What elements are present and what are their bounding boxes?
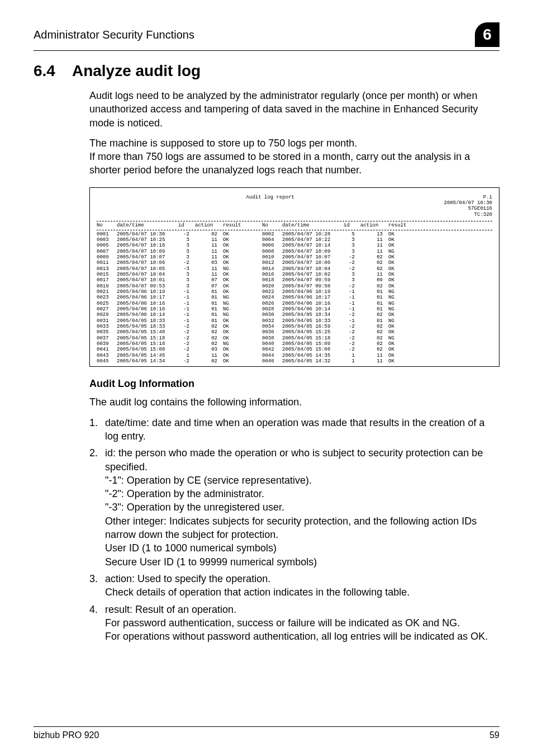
table-row: 00292005/04/06 10:14-101NG00302005/04/05… xyxy=(97,312,492,318)
report-meta-date: 2005/04/07 10:30 xyxy=(444,200,492,206)
col-id-r: id xyxy=(344,223,360,228)
table-row: 00432005/04/05 14:45111OK00442005/04/05 … xyxy=(97,353,492,358)
table-row: 00232005/04/06 10:17-101NG00242005/04/06… xyxy=(97,295,492,300)
table-row: 00052005/04/07 10:16311OK00062005/04/07 … xyxy=(97,243,492,248)
item2-line2: "-2": Operation by the administrator. xyxy=(105,487,499,500)
report-title: Audit log report xyxy=(97,195,444,218)
table-row: 00372005/04/05 15:18-202OK00382005/04/05… xyxy=(97,336,492,341)
item-text: id: the person who made the operation or… xyxy=(105,447,483,472)
info-heading: Audit Log Information xyxy=(89,378,499,390)
report-meta-page: P.1 xyxy=(483,195,492,200)
col-action-r: action xyxy=(360,223,388,228)
table-row: 00132005/04/07 10:05-311NG00142005/04/07… xyxy=(97,266,492,272)
col-datetime: date/time xyxy=(117,223,178,228)
table-row: 00092005/04/07 10:07311OK00102005/04/07 … xyxy=(97,254,492,260)
table-row: 00012005/04/07 10:30-202OK00022005/04/07… xyxy=(97,231,492,237)
col-no: No xyxy=(97,223,117,228)
footer-left: bizhub PRO 920 xyxy=(34,730,99,740)
intro-p2-line-b: If more than 750 logs are assumed to be … xyxy=(89,151,470,176)
header-title: Administrator Security Functions xyxy=(34,29,194,41)
intro-p2-line-a: The machine is supposed to store up to 7… xyxy=(89,138,357,149)
table-row: 00252005/04/06 10:16-101NG00262005/04/06… xyxy=(97,301,492,306)
table-row: 00192005/04/07 09:53307OK00202005/04/07 … xyxy=(97,284,492,289)
item-num: 3. xyxy=(89,572,105,599)
list-item-4: 4. result: Result of an operation. For p… xyxy=(89,603,499,644)
item2-line4: Other integer: Indicates subjects for se… xyxy=(105,514,499,542)
col-result-r: result xyxy=(388,223,416,228)
footer-right: 59 xyxy=(489,730,499,740)
intro-paragraph-2: The machine is supposed to store up to 7… xyxy=(89,136,499,177)
page-header: Administrator Security Functions 6 xyxy=(34,22,499,51)
table-row: 00032005/04/07 10:25311OK00042005/04/07 … xyxy=(97,237,492,243)
col-datetime-r: date/time xyxy=(282,223,344,228)
audit-log-report: Audit log report P.1 2005/04/07 10:30 57… xyxy=(89,187,499,367)
table-row: 00392005/04/05 15:18-202NG00402005/04/05… xyxy=(97,341,492,347)
info-intro: The audit log contains the following inf… xyxy=(89,395,499,409)
chapter-badge: 6 xyxy=(475,22,499,47)
table-row: 00152005/04/07 10:04311OK00162005/04/07 … xyxy=(97,272,492,277)
table-row: 00272005/04/06 10:16-101NG00282005/04/06… xyxy=(97,306,492,312)
item-num: 1. xyxy=(89,416,105,443)
item3-line1: Check details of operation that action i… xyxy=(105,585,499,599)
item2-line3: "-3": Operation by the unregistered user… xyxy=(105,500,499,514)
table-row: 00112005/04/07 10:06-203OK00122005/04/07… xyxy=(97,260,492,266)
table-row: 00172005/04/07 10:01307OK00182005/04/07 … xyxy=(97,277,492,283)
item-text: result: Result of an operation. xyxy=(105,604,236,615)
item-body: action: Used to specify the operation. C… xyxy=(105,572,499,599)
item-body: id: the person who made the operation or… xyxy=(105,446,499,569)
section-number: 6.4 xyxy=(34,62,55,80)
page-footer: bizhub PRO 920 59 xyxy=(34,726,499,740)
report-meta: P.1 2005/04/07 10:30 57GE0116 TC:328 xyxy=(444,195,492,218)
item4-line1: For password authentication, success or … xyxy=(105,616,499,630)
item2-line6: Secure User ID (1 to 99999 numerical sym… xyxy=(105,555,499,569)
table-row: 00352005/04/05 15:48-202OK00362005/04/05… xyxy=(97,329,492,335)
item2-line5: User ID (1 to 1000 numerical symbols) xyxy=(105,541,499,555)
item-num: 2. xyxy=(89,446,105,569)
intro-paragraph-1: Audit logs need to be analyzed by the ad… xyxy=(89,89,499,130)
list-item-3: 3. action: Used to specify the operation… xyxy=(89,572,499,599)
item-num: 4. xyxy=(89,603,105,644)
item-body: result: Result of an operation. For pass… xyxy=(105,603,499,644)
table-row: 00332005/04/05 18:33-202OK00342005/04/05… xyxy=(97,324,492,329)
item-body: date/time: date and time when an operati… xyxy=(105,416,499,443)
section-title: Analyze audit log xyxy=(72,62,201,80)
section-heading: 6.4 Analyze audit log xyxy=(34,62,499,80)
info-list: 1. date/time: date and time when an oper… xyxy=(89,416,499,644)
item4-line2: For operations without password authenti… xyxy=(105,630,499,643)
table-row: 00412005/04/05 15:08-203OK00422005/04/05… xyxy=(97,347,492,352)
table-row: 00312005/04/05 18:33-101OK00322005/04/05… xyxy=(97,318,492,324)
report-meta-serial: 57GE0116 xyxy=(468,206,492,211)
list-item-2: 2. id: the person who made the operation… xyxy=(89,446,499,569)
table-row: 00072005/04/07 10:09311OK00082005/04/07 … xyxy=(97,249,492,254)
report-rows: 00012005/04/07 10:30-202OK00022005/04/07… xyxy=(97,231,492,365)
col-action: action xyxy=(195,223,223,228)
report-column-headers: No date/time id action result No date/ti… xyxy=(97,223,492,230)
list-item-1: 1. date/time: date and time when an oper… xyxy=(89,416,499,443)
table-row: 00212005/04/06 10:19-101OK00222005/04/06… xyxy=(97,289,492,295)
item2-line1: "-1": Operation by CE (service represent… xyxy=(105,474,499,487)
report-meta-tc: TC:328 xyxy=(474,212,492,218)
col-result: result xyxy=(223,223,251,228)
col-id: id xyxy=(178,223,195,228)
table-row: 00452005/04/05 14:34-202OK00462005/04/05… xyxy=(97,358,492,364)
item-text: action: Used to specify the operation. xyxy=(105,573,270,584)
col-no-r: No xyxy=(262,223,282,228)
